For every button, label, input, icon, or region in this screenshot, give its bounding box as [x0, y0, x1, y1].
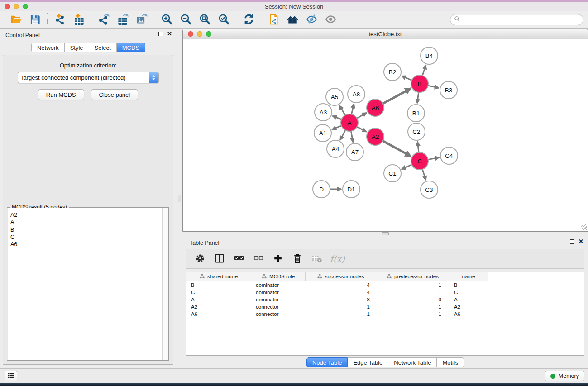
graph-node-C[interactable]: C [411, 152, 428, 170]
graph-edge-B-B4[interactable] [422, 65, 426, 76]
tab-network[interactable]: Network [31, 43, 65, 52]
network-canvas[interactable]: AA1A2A3A4A5A6A7A8BB1B2B3B4CC1C2C3C4DD1 [183, 39, 588, 231]
vertical-split-handle[interactable] [178, 195, 181, 202]
column-header-predecessor-nodes[interactable]: predecessor nodes [376, 272, 449, 281]
graph-edge-A-A4[interactable] [340, 130, 345, 140]
eye-button[interactable] [323, 12, 338, 28]
graph-node-A[interactable]: A [341, 114, 358, 131]
mcds-result-list[interactable]: A2ABCA6 [8, 208, 162, 360]
graph-node-B1[interactable]: B1 [407, 105, 425, 122]
table-tab-motifs[interactable]: Motifs [437, 357, 464, 367]
mcds-result-item[interactable]: A [10, 219, 162, 226]
graph-edge-B-B1[interactable] [417, 92, 419, 103]
table-row[interactable]: Cdominator41C [186, 289, 584, 296]
graph-node-A3[interactable]: A3 [315, 104, 332, 121]
houses-button[interactable] [285, 12, 300, 28]
table-row[interactable]: Bdominator41B [186, 281, 584, 289]
graph-node-B4[interactable]: B4 [421, 47, 438, 64]
graph-edge-A-A3[interactable] [333, 116, 342, 119]
horizontal-split-handle[interactable] [382, 232, 389, 235]
zoom-in-button[interactable] [159, 12, 174, 28]
refresh-button[interactable] [241, 12, 256, 28]
export-table-button[interactable] [115, 12, 130, 28]
optimization-criterion-select[interactable]: largest connected component (directed) [18, 72, 159, 83]
zoom-selected-button[interactable] [216, 12, 231, 28]
table-row[interactable]: A6connector11A6 [186, 310, 584, 318]
graph-node-A8[interactable]: A8 [348, 86, 365, 103]
column-header-shared-name[interactable]: shared name [186, 272, 251, 281]
graph-node-D[interactable]: D [313, 181, 330, 198]
split-view-button[interactable] [213, 253, 226, 265]
import-table-button[interactable] [71, 12, 86, 28]
graph-node-A6[interactable]: A6 [367, 99, 384, 116]
graph-edge-B-B2[interactable] [402, 76, 411, 81]
import-network-button[interactable] [52, 12, 67, 28]
save-session-button[interactable] [27, 12, 43, 28]
memory-button[interactable]: Memory [545, 371, 584, 381]
run-mcds-button[interactable]: Run MCDS [38, 89, 84, 100]
add-row-button[interactable] [272, 253, 284, 265]
graph-node-B[interactable]: B [411, 75, 428, 92]
graph-edge-A-A5[interactable] [339, 105, 345, 115]
graph-edge-C-C2[interactable] [417, 142, 419, 152]
graph-node-D1[interactable]: D1 [343, 181, 360, 198]
delete-row-button[interactable] [291, 253, 304, 265]
export-image-button[interactable] [134, 12, 149, 28]
resize-grip-icon[interactable] [581, 224, 587, 230]
document-network-button[interactable] [266, 12, 281, 28]
close-panel-button[interactable]: Close panel [91, 89, 139, 100]
zoom-fit-button[interactable] [197, 12, 212, 28]
mcds-result-item[interactable]: A6 [10, 241, 162, 248]
graph-node-B2[interactable]: B2 [384, 63, 401, 81]
float-table-panel-icon[interactable] [570, 239, 574, 244]
graph-node-C3[interactable]: C3 [421, 181, 438, 198]
graph-node-B3[interactable]: B3 [440, 81, 457, 99]
horizontal-split-divider[interactable] [182, 232, 588, 236]
close-panel-icon[interactable]: ✕ [167, 32, 172, 36]
gear-button[interactable] [194, 253, 206, 265]
graph-node-A2[interactable]: A2 [367, 128, 384, 145]
column-header-name[interactable]: name [449, 272, 488, 281]
graph-node-A5[interactable]: A5 [326, 88, 343, 105]
network-graph[interactable]: AA1A2A3A4A5A6A7A8BB1B2B3B4CC1C2C3C4DD1 [183, 39, 588, 232]
graph-edge-A-A2[interactable] [357, 127, 367, 132]
graph-edge-C-C4[interactable] [428, 157, 440, 160]
graph-node-A4[interactable]: A4 [327, 140, 344, 157]
table-row[interactable]: A2connector11A2 [186, 303, 584, 310]
mcds-result-item[interactable]: B [10, 226, 162, 234]
eye-slash-button[interactable] [304, 12, 319, 28]
export-network-button[interactable] [96, 12, 111, 28]
graph-edge-C-C1[interactable] [402, 165, 412, 169]
mcds-result-item[interactable]: A2 [10, 211, 162, 219]
table-tab-edge-table[interactable]: Edge Table [348, 357, 388, 367]
graph-node-A1[interactable]: A1 [314, 124, 331, 142]
vertical-split-divider[interactable] [177, 29, 182, 368]
table-row[interactable]: Adominator80A [186, 296, 584, 303]
graph-edge-A6-B[interactable] [383, 89, 411, 104]
result-scrollbar[interactable] [162, 208, 168, 360]
select-all-button[interactable] [233, 253, 245, 265]
graph-edge-A-A6[interactable] [357, 113, 367, 119]
graph-node-A7[interactable]: A7 [346, 143, 363, 161]
graph-node-C1[interactable]: C1 [384, 165, 401, 182]
zoom-out-button[interactable] [178, 12, 193, 28]
task-history-button[interactable] [5, 371, 17, 381]
search-input[interactable] [463, 16, 579, 23]
graph-node-C4[interactable]: C4 [440, 147, 458, 164]
column-header-mcds-role[interactable]: MCDS role [251, 272, 306, 281]
graph-edge-A-A7[interactable] [351, 131, 353, 143]
graph-node-C2[interactable]: C2 [408, 123, 425, 140]
tab-select[interactable]: Select [89, 43, 117, 52]
deselect-all-button[interactable] [252, 253, 265, 265]
table-tab-node-table[interactable]: Node Table [306, 357, 348, 367]
tab-style[interactable]: Style [65, 43, 89, 52]
close-table-panel-icon[interactable]: ✕ [578, 239, 583, 244]
graph-edge-C-C3[interactable] [422, 169, 426, 180]
float-panel-icon[interactable] [158, 32, 163, 36]
mcds-result-item[interactable]: C [10, 234, 162, 241]
graph-edge-B-B3[interactable] [428, 86, 439, 88]
tab-mcds[interactable]: MCDS [117, 43, 145, 52]
column-header-successor-nodes[interactable]: successor nodes [306, 272, 376, 281]
search-field[interactable] [450, 14, 583, 25]
graph-edge-A-A8[interactable] [351, 104, 354, 114]
